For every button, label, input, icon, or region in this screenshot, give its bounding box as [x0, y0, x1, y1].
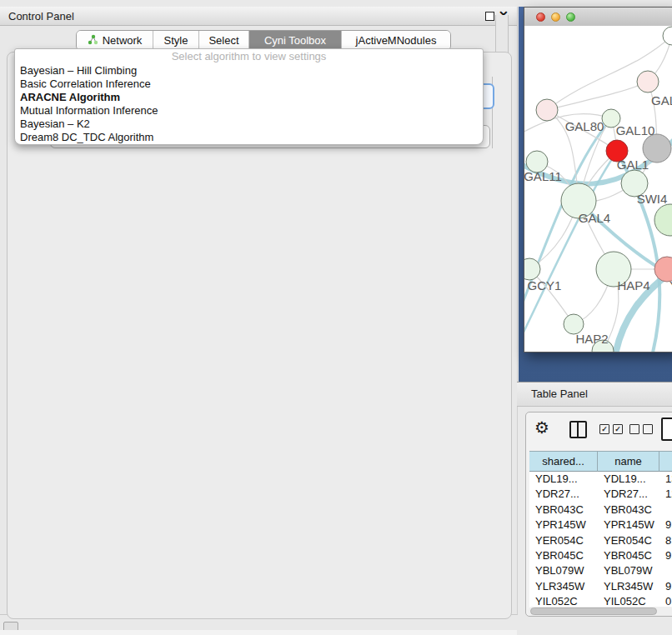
tab-network[interactable]: Network [77, 31, 153, 50]
algorithm-option-selected[interactable]: ARACNE Algorithm [15, 91, 483, 104]
table-row[interactable]: YER054CYER054C8. [529, 533, 672, 548]
tab-label: jActiveMNodules [356, 34, 437, 47]
table-cell [659, 502, 672, 518]
table-cell: YPR145W [598, 518, 659, 532]
network-graph[interactable]: GALGAL80GAL10GAL11GAL1SWI4GAL4GCY1HAP4YH… [524, 26, 672, 352]
column-header[interactable]: shared... [529, 451, 598, 472]
table-cell: 9. [659, 518, 672, 532]
tab-label: Network [103, 34, 143, 47]
table-cell: YLR345W [598, 579, 659, 594]
network-node-label: GAL [651, 93, 672, 108]
network-node-label: SWI4 [637, 192, 668, 206]
table-cell: 12 [659, 487, 672, 502]
table-cell: YER054C [529, 533, 598, 548]
table-cell: YDR27... [529, 487, 598, 502]
network-node-label: GAL11 [524, 169, 562, 183]
checked-checkbox-icon[interactable]: ✓ [599, 424, 609, 434]
network-node-label: GAL4 [579, 211, 610, 225]
algorithm-dropdown-popup: Select algorithm to view settings Bayesi… [14, 48, 484, 145]
network-node[interactable] [536, 99, 558, 121]
table-cell: YLR345W [529, 579, 598, 594]
tab-label: Cyni Toolbox [264, 34, 326, 47]
algorithm-option[interactable]: Basic Correlation Inference [15, 78, 483, 91]
control-panel: Control Panel ✕ Network Style Select Cyn… [0, 7, 518, 615]
table-row[interactable]: YBR045CYBR045C9. [529, 548, 672, 563]
gear-icon[interactable]: ⚙ [534, 418, 549, 438]
float-window-icon[interactable] [485, 12, 494, 21]
zoom-traffic-light[interactable] [566, 12, 575, 22]
tab-select[interactable]: Select [199, 31, 249, 50]
tab-label: Select [208, 34, 238, 47]
table-cell: YBL079W [529, 563, 598, 578]
column-header[interactable]: name [598, 451, 659, 472]
network-icon [88, 34, 98, 48]
table-cell: 13 [659, 472, 672, 487]
table-cell: 8. [659, 533, 672, 548]
checked-checkbox-icon[interactable]: ✓ [613, 424, 623, 434]
algorithm-option[interactable]: Mutual Information Inference [15, 104, 483, 118]
table-cell: YBL079W [598, 563, 659, 578]
table-cell: YBR045C [598, 548, 659, 563]
table-row[interactable]: YBL079WYBL079W [529, 563, 672, 578]
table-row[interactable]: YDR27...YDR27...12 [529, 487, 672, 502]
tab-cyni-toolbox[interactable]: Cyni Toolbox [249, 31, 342, 50]
table-cell: YPR145W [529, 518, 598, 532]
tab-label: Style [164, 34, 188, 47]
minimize-traffic-light[interactable] [551, 12, 560, 22]
tab-style[interactable]: Style [153, 31, 199, 50]
network-node[interactable] [637, 71, 659, 92]
tab-jactivemnodules[interactable]: jActiveMNodules [342, 31, 450, 50]
network-node-label: GAL80 [565, 119, 604, 133]
dropdown-prompt: Select algorithm to view settings [15, 49, 483, 64]
algorithm-option[interactable]: Bayesian – Hill Climbing [15, 64, 483, 78]
unchecked-checkbox-icon[interactable] [643, 424, 653, 434]
table-cell: YDL19... [529, 472, 598, 487]
table-row[interactable]: YDL19...YDL19...13 [529, 472, 672, 487]
table-cell [659, 563, 672, 578]
table-cell: 9. [659, 579, 672, 594]
table-hscrollbar-thumb[interactable] [530, 608, 657, 615]
table-cell: YBR043C [529, 502, 598, 518]
table-cell: YBR045C [529, 548, 598, 563]
network-view-window: GALGAL80GAL10GAL11GAL1SWI4GAL4GCY1HAP4YH… [524, 7, 672, 352]
network-node-label: HAP2 [575, 332, 608, 346]
unchecked-checkbox-icon[interactable] [629, 424, 639, 434]
table-cell: YDR27... [598, 487, 659, 502]
network-canvas[interactable]: GALGAL80GAL10GAL11GAL1SWI4GAL4GCY1HAP4YH… [524, 26, 672, 352]
close-traffic-light[interactable] [536, 12, 545, 22]
algorithm-option[interactable]: Dream8 DC_TDC Algorithm [15, 131, 483, 144]
network-node-label: GCY1 [528, 278, 562, 292]
control-panel-title: Control Panel [8, 10, 74, 22]
table-cell: YDL19... [598, 472, 659, 487]
network-node-label: GAL1 [617, 158, 649, 172]
table-panel-title: Table Panel [531, 388, 588, 400]
algorithm-option[interactable]: Bayesian – K2 [15, 118, 483, 131]
table-header: shared...nameA [529, 451, 672, 472]
table-row[interactable]: YBR043CYBR043C [529, 502, 672, 518]
table-panel: ⚙ ✓ ✓ shared...nameAYDL19...YDL19...13YD… [525, 412, 672, 617]
network-node-label: HAP4 [617, 278, 649, 292]
table-row[interactable]: YPR145WYPR145W9. [529, 518, 672, 532]
table-row[interactable]: YLR345WYLR345W9. [529, 579, 672, 594]
column-header[interactable]: A [659, 451, 672, 472]
document-icon[interactable] [661, 418, 672, 441]
split-view-icon[interactable] [569, 421, 587, 438]
table-cell: 9. [659, 548, 672, 563]
network-window-titlebar[interactable] [524, 8, 672, 27]
table-cell: YER054C [598, 533, 659, 548]
status-strip [0, 630, 517, 635]
control-panel-titlebar [0, 7, 517, 26]
table-cell: YBR043C [598, 502, 659, 518]
network-edge[interactable] [547, 82, 648, 110]
network-node[interactable] [654, 204, 672, 236]
network-node-label: GAL10 [616, 123, 655, 138]
node-table: shared...nameAYDL19...YDL19...13YDR27...… [529, 451, 672, 610]
